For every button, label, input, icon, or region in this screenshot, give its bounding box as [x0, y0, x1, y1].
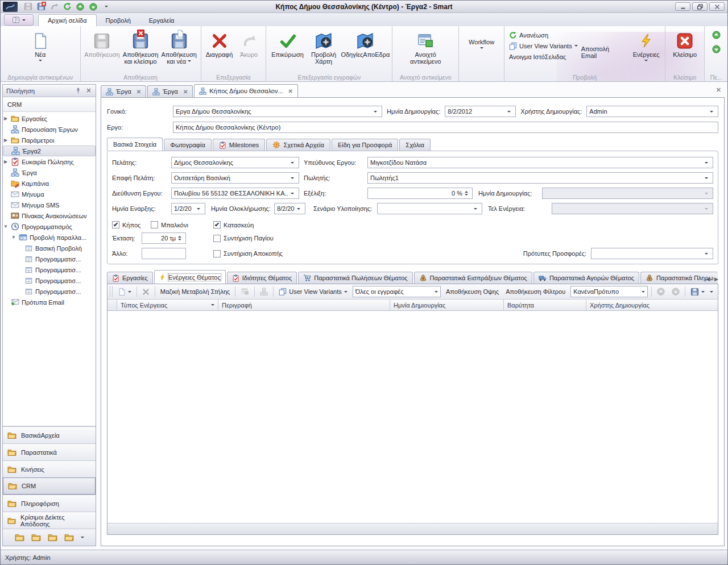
close-record-button[interactable]: Κλείσιμο [668, 28, 701, 58]
start-date-picker[interactable]: 1/2/20 [171, 203, 205, 214]
workflow-button[interactable]: Workflow [461, 36, 502, 51]
minimize-button[interactable] [675, 2, 690, 11]
nav-group-vasika-arxeia[interactable]: ΒασικάΑρχεία [3, 426, 96, 443]
nav-tree-item-parametroi[interactable]: ▶Παράμετροι [3, 135, 96, 146]
grid-column-created-date[interactable]: Ημνία Δημιουργίας [390, 300, 504, 310]
nav-tree-item-programmatis-1[interactable]: Προγραμματισ... [3, 254, 96, 264]
project-name-input[interactable]: Κήπος Δήμου Θεσσαλονίκης (Κέντρο) [173, 122, 718, 133]
application-menu-button[interactable] [4, 14, 34, 26]
client-combobox[interactable]: Δήμος Θεσσαλονίκης [171, 157, 299, 168]
grid-column-description[interactable]: Περιγραφή [218, 300, 390, 310]
export-save-button[interactable] [689, 288, 706, 296]
quick-refresh-button[interactable] [62, 2, 72, 12]
pin-icon[interactable] [75, 87, 82, 94]
nav-tree-item-erga[interactable]: Έργα [3, 167, 96, 178]
created-user-combobox[interactable]: Admin [586, 106, 718, 117]
user-view-variants-button[interactable]: User View Variants [507, 40, 580, 51]
open-object-button[interactable]: Ανοιχτό αντικείμενο [400, 28, 451, 65]
tab-milestones[interactable]: Milestones [213, 139, 266, 151]
last-action-combobox[interactable] [552, 203, 713, 214]
grid-column-weight[interactable]: Βαρύτητα [504, 300, 586, 310]
move-up-button[interactable] [655, 288, 667, 296]
balcony-checkbox[interactable]: Μπαλκόνι [151, 221, 213, 229]
tab-close-icon[interactable]: ✕ [288, 88, 293, 94]
ribbon-tab-home[interactable]: Αρχική σελίδα [38, 14, 97, 26]
nav-overflow-folder-button[interactable] [31, 533, 41, 542]
expander-icon[interactable]: ▶ [3, 116, 9, 121]
new-record-button[interactable] [116, 288, 133, 296]
filter-icon[interactable] [211, 304, 214, 308]
document-tab-erga-1[interactable]: Έργα✕ [101, 85, 146, 97]
document-tab-erga-2[interactable]: Έργα✕ [147, 85, 193, 97]
address-combobox[interactable]: Πολυβίου 56 55132 ΘΕΣΣΑΛΟΝΙΚΗ ΚΑ... [171, 188, 299, 199]
nav-group-kiniseis[interactable]: Κινήσεις [3, 460, 96, 477]
end-date-picker[interactable]: 8/2/20 [274, 203, 305, 214]
cancel-button[interactable]: Άκυρο [235, 28, 263, 58]
tab-fotografia[interactable]: Φωτογραφία [164, 139, 212, 151]
quick-save-close-button[interactable] [36, 2, 46, 12]
open-object-small-button[interactable] [239, 288, 251, 296]
new-button[interactable]: Νέα [20, 28, 61, 63]
save-filter-button[interactable]: Αποθήκευση Φίλτρου [504, 288, 567, 295]
scenario-combobox[interactable] [377, 203, 482, 214]
tab-ergasies[interactable]: Εργασίες [107, 272, 153, 284]
tab-energeies-thematos[interactable]: Ενέργειες Θέματος [154, 270, 226, 284]
ribbon-tab-view[interactable]: Προβολή [97, 15, 140, 26]
tab-parastatika-eisprakseon[interactable]: Παραστατικά Εισπράξεων Θέματος [414, 272, 532, 284]
document-close-button[interactable]: ✕ [716, 86, 721, 94]
send-email-button[interactable]: Αποστολή Email [580, 33, 630, 59]
tab-vasika-stoixeia[interactable]: Βασικά Στοιχεία [107, 138, 163, 151]
export-record-button[interactable] [258, 288, 270, 296]
manager-combobox[interactable]: Μιγκοτζίδου Νατάσα [367, 157, 713, 168]
nav-tree-item-erga2[interactable]: Έργα2 [3, 146, 96, 156]
nav-tree-item-programmatis-4[interactable]: Προγραμματισ... [3, 286, 96, 297]
nav-tree-item-programmatis-3[interactable]: Προγραμματισ... [3, 275, 96, 286]
save-button[interactable]: Αποθήκευση [83, 28, 122, 58]
seller-combobox[interactable]: Πωλητής1 [367, 172, 713, 184]
refresh-button[interactable]: Ανανέωση [507, 30, 580, 40]
template-select[interactable]: ΚανέναΠρότυπο [570, 286, 648, 297]
directions-button[interactable]: ΟδηγίεςΑποΕδρα [341, 28, 390, 58]
construction-checkbox[interactable]: ✔Κατασκεύη [213, 221, 254, 229]
nav-tree-item-kampania[interactable]: Καμπάνια [3, 178, 96, 189]
close-icon[interactable] [85, 87, 92, 94]
quick-save-button[interactable] [23, 2, 33, 12]
delete-button[interactable]: Διαγραφή [204, 28, 235, 58]
tab-close-icon[interactable]: ✕ [136, 89, 141, 95]
map-view-button[interactable]: Προβολή Χάρτη [307, 28, 341, 65]
quick-undo-button[interactable] [49, 2, 59, 12]
fixed-maintenance-checkbox[interactable]: Συντήριση Παγίου [213, 235, 274, 242]
nav-tree-item-pinakas-anakoinoseon[interactable]: Πίνακας Ανακοινώσεων [3, 210, 96, 221]
contact-combobox[interactable]: Ουτσετάρη Βασιλική [171, 172, 299, 184]
other-input[interactable] [142, 248, 186, 259]
ribbon-tab-tools[interactable]: Εργαλεία [140, 15, 184, 26]
nav-group-krisimoi-deiktes[interactable]: Κρίσιμοι Δείκτες Απόδοσης [3, 512, 96, 529]
area-spinner[interactable]: 20 τμ [142, 232, 186, 244]
close-button[interactable] [709, 2, 725, 11]
chevron-down-icon[interactable] [81, 537, 84, 540]
nav-tree-item-programmatis-2[interactable]: Προγραμματισ... [3, 264, 96, 275]
record-up-button[interactable] [712, 31, 721, 39]
nav-tree-item-programmatismos[interactable]: ▼Προγραμματισμός [3, 221, 96, 232]
validate-button[interactable]: Επικύρωση [268, 28, 306, 58]
tab-close-icon[interactable]: ✕ [183, 89, 188, 95]
grid-column-action-type[interactable]: Τύπος Ενέργειας [117, 300, 218, 310]
save-view-button[interactable]: Αποθήκευση Οψης [444, 288, 500, 295]
tab-eidi-gia-prosfora[interactable]: Είδη για Προσφορά [332, 139, 398, 151]
records-filter-select[interactable]: Όλες οι εγγραφές [353, 286, 441, 297]
garden-checkbox[interactable]: ✔Κήπος [112, 221, 151, 229]
expander-icon[interactable]: ▼ [11, 235, 16, 240]
nav-tree-item-protipa-email[interactable]: Πρότυπα Email [3, 297, 96, 308]
toolbar-grip[interactable] [110, 286, 113, 297]
tab-sxetika-arxeia[interactable]: Σχετικά Αρχεία [266, 139, 330, 151]
nav-tree-item-minima[interactable]: Μήνυμα [3, 189, 96, 200]
nav-overflow-folder-button[interactable] [64, 533, 74, 542]
nav-group-pliroforisi[interactable]: Πληροφόριση [3, 495, 96, 512]
save-new-button[interactable]: Αποθήκευση και νέα [160, 28, 198, 65]
qat-customize-button[interactable] [101, 2, 111, 12]
nav-overflow-folder-button[interactable] [48, 533, 57, 542]
nav-group-crm[interactable]: CRM [3, 477, 96, 495]
nav-tree-item-provoli-paralla[interactable]: ▼Προβολή παραλλα... [3, 232, 96, 243]
created-date-picker[interactable]: 8/2/2012 [445, 106, 516, 117]
nav-tree-item-vasiki-provoli[interactable]: Βασική Προβολή [3, 243, 96, 254]
